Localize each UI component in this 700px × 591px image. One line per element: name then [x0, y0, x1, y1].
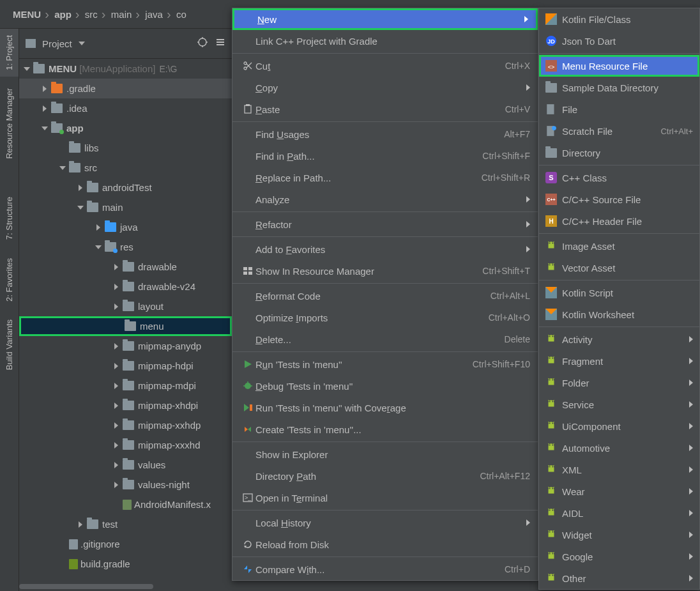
menu-item-replace-in-path---[interactable]: Replace in Path...Ctrl+Shift+R — [232, 167, 538, 188]
locate-icon[interactable] — [197, 37, 208, 50]
tree-item-main[interactable]: main — [19, 197, 232, 217]
submenu-item-kotlin-file-class[interactable]: Kotlin File/Class — [539, 8, 699, 30]
breadcrumb-item[interactable]: main — [107, 9, 136, 20]
project-tree[interactable]: MENU[MenuApplication]E:\G.gradle.ideaapp… — [19, 59, 232, 591]
submenu-item-fragment[interactable]: Fragment — [539, 350, 699, 372]
tree-item-build-gradle[interactable]: build.gradle — [19, 554, 232, 574]
tree-item-app[interactable]: app — [19, 118, 232, 138]
expand-arrow-icon[interactable] — [112, 263, 120, 271]
submenu-item-kotlin-worksheet[interactable]: Kotlin Worksheet — [539, 303, 699, 325]
horizontal-scrollbar[interactable] — [19, 582, 232, 591]
menu-item-run--tests-in--menu---with-coverage[interactable]: Run 'Tests in 'menu'' with Coverage — [232, 397, 538, 418]
menu-item-analyze[interactable]: Analyze — [232, 188, 538, 210]
menu-item-optimize-imports[interactable]: Optimize ImportsCtrl+Alt+O — [232, 307, 538, 328]
submenu-item-c---class[interactable]: SC++ Class — [539, 167, 699, 188]
submenu-item-c-c---source-file[interactable]: C++C/C++ Source File — [539, 188, 699, 210]
menu-item-compare-with---[interactable]: Compare With...Ctrl+D — [232, 558, 538, 580]
rail-tab-project[interactable]: 1: Project — [0, 29, 19, 77]
tree-item-libs[interactable]: libs — [19, 138, 232, 158]
menu-item-refactor[interactable]: Refactor — [232, 213, 538, 235]
submenu-item-other[interactable]: Other — [539, 567, 699, 589]
tree-item-values[interactable]: values — [19, 455, 232, 475]
expand-arrow-icon[interactable] — [112, 461, 120, 469]
expand-arrow-icon[interactable] — [77, 204, 84, 211]
submenu-item-vector-asset[interactable]: Vector Asset — [539, 257, 699, 279]
tree-item-drawable[interactable]: drawable — [19, 257, 232, 277]
submenu-item-menu-resource-file[interactable]: <>Menu Resource File — [539, 55, 699, 77]
tree-item-menu[interactable]: menu — [19, 316, 232, 336]
menu-item-debug--tests-in--menu--[interactable]: Debug 'Tests in 'menu'' — [232, 375, 538, 397]
submenu-item-directory[interactable]: Directory — [539, 142, 699, 164]
menu-item-add-to-favorites[interactable]: Add to Favorites — [232, 238, 538, 260]
submenu-item-activity[interactable]: Activity — [539, 328, 699, 350]
menu-item-local-history[interactable]: Local History — [232, 512, 538, 533]
tree-item--gitignore[interactable]: .gitignore — [19, 534, 232, 554]
menu-item-directory-path[interactable]: Directory PathCtrl+Alt+F12 — [232, 465, 538, 487]
expand-arrow-icon[interactable] — [77, 184, 84, 192]
expand-arrow-icon[interactable] — [112, 422, 120, 429]
breadcrumb-item[interactable]: MENU — [9, 9, 45, 20]
menu-item-open-in-terminal[interactable]: >_Open in Terminal — [232, 487, 538, 509]
tree-item-test[interactable]: test — [19, 514, 232, 534]
submenu-item-c-c---header-file[interactable]: HC/C++ Header File — [539, 210, 699, 232]
tree-item-mipmap-anydp[interactable]: mipmap-anydp — [19, 336, 232, 356]
tree-item-mipmap-mdpi[interactable]: mipmap-mdpi — [19, 376, 232, 395]
menu-item-new[interactable]: New — [232, 8, 538, 30]
expand-arrow-icon[interactable] — [41, 105, 49, 112]
tree-item-androidmanifest-x[interactable]: AndroidManifest.x — [19, 495, 232, 514]
menu-item-find-usages[interactable]: Find UsagesAlt+F7 — [232, 123, 538, 145]
submenu-item-google[interactable]: Google — [539, 546, 699, 567]
tree-item-mipmap-hdpi[interactable]: mipmap-hdpi — [19, 356, 232, 376]
menu-item-reload-from-disk[interactable]: Reload from Disk — [232, 533, 538, 555]
tree-item-layout[interactable]: layout — [19, 296, 232, 316]
breadcrumb-item[interactable]: app — [50, 9, 75, 20]
expand-arrow-icon[interactable] — [59, 164, 66, 172]
expand-arrow-icon[interactable] — [112, 283, 120, 291]
expand-arrow-icon[interactable] — [112, 481, 120, 489]
submenu-item-sample-data-directory[interactable]: Sample Data Directory — [539, 77, 699, 98]
tree-item-androidtest[interactable]: androidTest — [19, 178, 232, 197]
submenu-item-aidl[interactable]: AIDL — [539, 502, 699, 524]
rail-tab-favorites[interactable]: 2: Favorites — [0, 252, 19, 308]
tree-item-mipmap-xhdpi[interactable]: mipmap-xhdpi — [19, 395, 232, 415]
project-view-selector[interactable]: Project — [42, 38, 72, 49]
settings-icon[interactable] — [215, 37, 225, 50]
rail-tab-resource-manager[interactable]: Resource Manager — [0, 82, 19, 165]
tree-item-mipmap-xxxhd[interactable]: mipmap-xxxhd — [19, 435, 232, 455]
tree-root[interactable]: MENU[MenuApplication]E:\G — [19, 59, 232, 79]
tree-item-drawable-v24[interactable]: drawable-v24 — [19, 277, 232, 296]
expand-arrow-icon[interactable] — [23, 65, 31, 73]
expand-arrow-icon[interactable] — [95, 224, 102, 231]
rail-tab-build-variants[interactable]: Build Variants — [0, 313, 19, 376]
expand-arrow-icon[interactable] — [95, 243, 102, 251]
submenu-item-file[interactable]: File — [539, 98, 699, 120]
submenu-item-image-asset[interactable]: Image Asset — [539, 235, 699, 257]
expand-arrow-icon[interactable] — [112, 402, 120, 410]
tree-item-src[interactable]: src — [19, 158, 232, 178]
submenu-item-wear[interactable]: Wear — [539, 480, 699, 502]
expand-arrow-icon[interactable] — [41, 85, 49, 93]
menu-item-create--tests-in--menu-----[interactable]: Create 'Tests in 'menu''... — [232, 418, 538, 440]
menu-item-find-in-path---[interactable]: Find in Path...Ctrl+Shift+F — [232, 145, 538, 167]
expand-arrow-icon[interactable] — [77, 521, 84, 528]
tree-item--idea[interactable]: .idea — [19, 98, 232, 118]
rail-tab-structure[interactable]: 7: Structure — [0, 190, 19, 246]
expand-arrow-icon[interactable] — [112, 342, 120, 350]
submenu-item-kotlin-script[interactable]: Kotlin Script — [539, 282, 699, 303]
submenu-item-service[interactable]: Service — [539, 394, 699, 415]
breadcrumb-item[interactable]: java — [141, 9, 167, 20]
expand-arrow-icon[interactable] — [112, 303, 120, 311]
breadcrumb-item[interactable]: src — [81, 9, 102, 20]
submenu-item-automotive[interactable]: Automotive — [539, 437, 699, 459]
tree-item-java[interactable]: java — [19, 217, 232, 237]
expand-arrow-icon[interactable] — [41, 125, 49, 132]
submenu-item-widget[interactable]: Widget — [539, 524, 699, 546]
tree-item-values-night[interactable]: values-night — [19, 475, 232, 495]
tree-item-mipmap-xxhdp[interactable]: mipmap-xxhdp — [19, 415, 232, 435]
breadcrumb-item[interactable]: co — [172, 9, 190, 20]
menu-item-show-in-explorer[interactable]: Show in Explorer — [232, 443, 538, 465]
menu-item-show-in-resource-manager[interactable]: Show In Resource ManagerCtrl+Shift+T — [232, 260, 538, 282]
menu-item-paste[interactable]: PasteCtrl+V — [232, 98, 538, 120]
menu-item-delete---[interactable]: Delete...Delete — [232, 328, 538, 350]
submenu-item-json-to-dart[interactable]: JDJson To Dart — [539, 30, 699, 52]
